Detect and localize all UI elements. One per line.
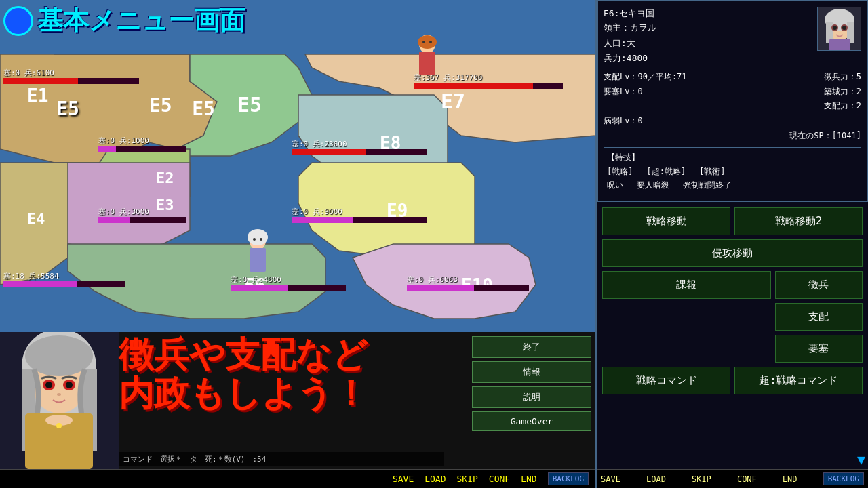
info-panel: E6:セキヨ国 領主：カヲル 人口:大 兵力:4800 bbox=[597, 0, 868, 202]
e8-hp-bar: 塞:0 兵:23600 bbox=[292, 139, 427, 155]
svg-rect-30 bbox=[250, 248, 266, 272]
recruit-power: 徴兵力：5 bbox=[824, 70, 861, 85]
annotation-text: 徴兵や支配など 内政もしよう！ bbox=[119, 336, 368, 413]
e4-label: 塞:18 兵:5584 bbox=[3, 271, 125, 281]
svg-text:E4: E4 bbox=[27, 210, 45, 227]
lord-name: 領主：カヲル bbox=[604, 21, 656, 35]
strategic-cmd-button[interactable]: 戦略コマンド bbox=[602, 367, 730, 394]
backlog-button[interactable]: BACKLOG bbox=[548, 472, 589, 485]
svg-point-56 bbox=[833, 26, 837, 30]
fortress-button[interactable]: 要塞 bbox=[775, 335, 863, 363]
skill1-name: [戦術] bbox=[699, 165, 725, 178]
e1-hp-bar: 塞:0 兵:6100 bbox=[3, 68, 139, 84]
right-backlog-button[interactable]: BACKLOG bbox=[823, 472, 864, 485]
control-power: 支配力：2 bbox=[824, 99, 861, 114]
scroll-down-icon[interactable]: ▼ bbox=[857, 451, 865, 468]
end-button[interactable]: 終了 bbox=[472, 336, 591, 358]
svg-rect-25 bbox=[419, 52, 435, 75]
invasion-move-button[interactable]: 侵攻移動 bbox=[602, 239, 863, 267]
svg-point-44 bbox=[66, 382, 73, 388]
control-lv: 支配Lv：90／平均:71 bbox=[604, 70, 687, 85]
svg-point-27 bbox=[422, 41, 425, 43]
svg-text:E5: E5 bbox=[56, 98, 79, 120]
e7-label: 塞:367 兵:317700 bbox=[414, 73, 563, 83]
skills-box: 【特技】 [戦略] [超:戦略] [戦術] 呪い 要人暗殺 強制戦闘終了 bbox=[604, 147, 861, 195]
svg-rect-58 bbox=[829, 39, 850, 51]
e9-hp-bar: 塞:0 兵:9000 bbox=[292, 207, 427, 223]
svg-point-43 bbox=[45, 382, 52, 388]
super-strategic-cmd-button[interactable]: 超:戦略コマンド bbox=[734, 367, 863, 394]
right-bottom-bar: SAVE LOAD SKIP CONF END BACKLOG bbox=[597, 469, 868, 488]
annotation-line2: 内政もしよう！ bbox=[119, 374, 368, 413]
strategic-move-button[interactable]: 戦略移動 bbox=[602, 207, 730, 235]
right-save-button[interactable]: SAVE bbox=[601, 474, 620, 484]
svg-text:E2: E2 bbox=[156, 169, 174, 186]
e8-label: 塞:0 兵:23600 bbox=[292, 139, 427, 149]
gameover-button[interactable]: GameOver bbox=[472, 411, 591, 431]
svg-point-45 bbox=[57, 393, 61, 396]
skills-header: 【特技】 bbox=[607, 150, 858, 164]
fortress-lv: 要塞Lv：0 bbox=[604, 85, 643, 100]
dominate-button[interactable]: 支配 bbox=[775, 303, 863, 331]
right-conf-button[interactable]: CONF bbox=[737, 474, 757, 484]
e10-hp-bar: 塞:0 兵:6063 bbox=[407, 274, 529, 291]
title-circle-icon bbox=[3, 6, 33, 36]
svg-text:E5: E5 bbox=[149, 94, 172, 117]
skill1-sub: [超:戦略] bbox=[646, 165, 686, 178]
skip-button[interactable]: SKIP bbox=[457, 474, 478, 484]
e6-hp-bar: 塞:0 兵:4800 bbox=[231, 274, 346, 291]
svg-point-33 bbox=[260, 238, 262, 241]
conf-button[interactable]: CONF bbox=[489, 474, 510, 484]
disease-lv: 病弱Lv：0 bbox=[604, 114, 643, 129]
avatar bbox=[817, 7, 861, 51]
command-text: コマンド 選択＊ タ 死:＊数(V) :54 bbox=[123, 455, 266, 464]
end-bar-button[interactable]: END bbox=[521, 474, 536, 484]
e2-hp-bar: 塞:0 兵:1000 bbox=[98, 136, 186, 152]
save-button[interactable]: SAVE bbox=[393, 474, 414, 484]
map-area: E5 E5 E5 E5 E7 E8 E9 E2 E3 E4 E6 E10 E1 bbox=[0, 0, 595, 332]
page-title: 基本メニュー画面 bbox=[37, 3, 245, 38]
command-text-area: コマンド 選択＊ タ 死:＊数(V) :54 bbox=[119, 452, 444, 466]
svg-point-26 bbox=[418, 35, 437, 49]
info-button[interactable]: 情報 bbox=[472, 361, 591, 383]
right-panel: E6:セキヨ国 領主：カヲル 人口:大 兵力:4800 bbox=[595, 0, 868, 488]
skill2-sub: 要人暗殺 bbox=[637, 178, 669, 192]
e3-hp-bar: 塞:0 兵:3000 bbox=[98, 207, 186, 223]
e7-hp-bar: 塞:367 兵:317700 bbox=[414, 73, 563, 89]
population: 人口:大 bbox=[604, 37, 656, 51]
strategic-move2-button[interactable]: 戦略移動2 bbox=[734, 207, 863, 235]
e4-hp-bar: 塞:18 兵:5584 bbox=[3, 271, 125, 287]
skill2-name: 強制戦闘終了 bbox=[683, 178, 732, 192]
svg-text:E1: E1 bbox=[27, 85, 48, 106]
recruit-button[interactable]: 徴兵 bbox=[775, 271, 863, 299]
sp-value: 現在のSP：[1041] bbox=[789, 129, 861, 144]
fortress-power: 築城力：2 bbox=[824, 85, 861, 100]
explain-button[interactable]: 説明 bbox=[472, 386, 591, 408]
e6-label: 塞:0 兵:4800 bbox=[231, 274, 346, 285]
svg-point-32 bbox=[253, 238, 256, 241]
annotation-line1: 徴兵や支配など bbox=[119, 336, 368, 374]
e2-label: 塞:0 兵:1000 bbox=[98, 136, 186, 146]
right-skip-button[interactable]: SKIP bbox=[692, 474, 711, 484]
skill1-label: [戦略] bbox=[607, 165, 633, 178]
info-stats: 支配Lv：90／平均:71 徴兵力：5 要塞Lv：0 築城力：2 支配力：2 病… bbox=[604, 70, 861, 143]
right-end-button[interactable]: END bbox=[783, 474, 797, 484]
e3-label: 塞:0 兵:3000 bbox=[98, 207, 186, 217]
troops-count: 兵力:4800 bbox=[604, 52, 656, 66]
e1-label: 塞:0 兵:6100 bbox=[3, 68, 139, 78]
svg-text:E7: E7 bbox=[441, 89, 465, 113]
svg-point-28 bbox=[429, 41, 432, 43]
svg-point-48 bbox=[56, 423, 62, 428]
skill2-label: 呪い bbox=[607, 178, 623, 192]
right-load-button[interactable]: LOAD bbox=[646, 474, 666, 484]
region-name: E6:セキヨ国 bbox=[604, 7, 656, 21]
load-button[interactable]: LOAD bbox=[425, 474, 446, 484]
region-info-title: E6:セキヨ国 領主：カヲル 人口:大 兵力:4800 bbox=[604, 7, 656, 66]
e10-label: 塞:0 兵:6063 bbox=[407, 274, 529, 285]
svg-text:E5: E5 bbox=[192, 98, 215, 120]
e9-label: 塞:0 兵:9000 bbox=[292, 207, 427, 217]
bottom-character-portrait bbox=[0, 332, 119, 469]
action-buttons-area: 戦略移動 戦略移動2 侵攻移動 課報 徴兵 支配 要塞 戦略コマンド 超:戦略コ… bbox=[597, 202, 868, 469]
intelligence-button[interactable]: 課報 bbox=[602, 271, 771, 299]
svg-point-57 bbox=[842, 26, 846, 30]
